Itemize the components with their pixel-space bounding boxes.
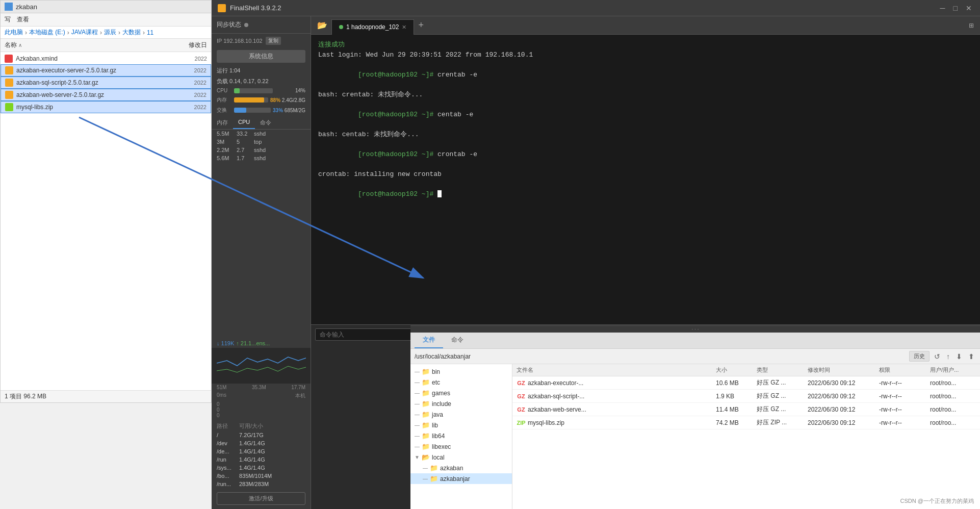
minimize-button[interactable]: ─ — [938, 4, 947, 12]
fm-file-date: 2022/06/30 09:12 — [808, 406, 879, 413]
tab-add-button[interactable]: + — [414, 20, 428, 31]
toolbar-view[interactable]: 查看 — [17, 15, 29, 24]
fm-list-item[interactable]: GZ azkaban-executor-... 10.6 MB 好压 GZ ..… — [512, 376, 980, 390]
folder-icon: 📁 — [422, 443, 430, 450]
fm-tab-cmd[interactable]: 命令 — [443, 333, 472, 348]
proc-tab-cmd[interactable]: 命令 — [255, 117, 276, 129]
gz-icon: GZ — [517, 393, 526, 400]
breadcrumb-source[interactable]: 源辰 — [104, 28, 116, 37]
proc-tab-mem[interactable]: 内存 — [212, 117, 233, 129]
breadcrumb-drive[interactable]: 本地磁盘 (E:) — [29, 28, 65, 37]
tree-item-java[interactable]: — 📁 java — [410, 409, 512, 420]
tree-item-libexec[interactable]: — 📁 libexec — [410, 441, 512, 452]
fm-file-name: azkaban-sql-script-... — [528, 393, 716, 400]
breadcrumb-java[interactable]: JAVA课程 — [71, 28, 98, 37]
tree-item-local[interactable]: ▼ 📂 local — [410, 452, 512, 463]
file-list: Azkaban.xmind 2022 azkaban-executor-serv… — [1, 52, 211, 114]
breadcrumb-bigdata[interactable]: 大数据 — [122, 28, 141, 37]
fm-history-button[interactable]: 历史 — [909, 351, 930, 362]
finalshell-app-icon — [218, 4, 226, 12]
proc-mem-0: 5.5M — [217, 131, 235, 137]
fs-sidebar: 同步状态 IP 192.168.10.102 复制 系统信息 运行 1:04 负… — [212, 16, 311, 509]
cpu-label: CPU — [217, 88, 232, 93]
tree-item-bin[interactable]: — 📁 bin — [410, 366, 512, 377]
fm-tab-file[interactable]: 文件 — [415, 333, 443, 348]
tar-icon — [5, 66, 13, 74]
xmind-icon — [5, 55, 13, 63]
fm-refresh-icon[interactable]: ↺ — [933, 352, 942, 361]
fm-file-perm: -rw-r--r-- — [879, 419, 930, 426]
fm-file-name: azkaban-web-serve... — [528, 406, 716, 413]
fm-col-date-header[interactable]: 修改时间 — [808, 366, 879, 374]
activate-button[interactable]: 激活/升级 — [217, 492, 305, 505]
tree-label: java — [432, 411, 443, 418]
sysinfo-button[interactable]: 系统信息 — [217, 50, 305, 63]
tree-label: lib64 — [432, 432, 445, 440]
tab-hadoopnode[interactable]: 1 hadoopnode_102 ✕ — [331, 19, 414, 35]
fm-list-item[interactable]: GZ azkaban-web-serve... 11.4 MB 好压 GZ ..… — [512, 403, 980, 416]
breadcrumb-num[interactable]: 11 — [147, 29, 153, 36]
fm-col-perm-header[interactable]: 权限 — [879, 366, 930, 374]
proc-cpu-3: 1.7 — [237, 155, 252, 161]
fm-file-type: 好压 GZ ... — [757, 405, 808, 414]
list-item[interactable]: azkaban-sql-script-2.5.0.tar.gz 2022 — [1, 77, 211, 89]
tree-item-azkabanjar[interactable]: — 📁 azkabanjar — [410, 473, 512, 484]
terminal[interactable]: 连接成功 Last login: Wed Jun 29 20:39:51 202… — [311, 35, 980, 324]
watermark: CSDN @一个正在努力的菜鸡 — [900, 497, 974, 505]
list-item[interactable]: mysql-libs.zip 2022 — [1, 101, 211, 113]
fm-col-name-header[interactable]: 文件名 — [517, 366, 716, 374]
net-host-label: 本机 — [295, 392, 305, 399]
col-date-header[interactable]: 修改日 — [146, 41, 207, 49]
fm-col-size-header[interactable]: 大小 — [716, 366, 757, 374]
fm-upload-icon[interactable]: ⬆ — [967, 352, 976, 361]
breadcrumb: 此电脑 › 本地磁盘 (E:) › JAVA课程 › 源辰 › 大数据 › 11 — [1, 27, 211, 39]
tree-item-etc[interactable]: — 📁 etc — [410, 377, 512, 388]
copy-button[interactable]: 复制 — [266, 37, 281, 45]
sort-icon: ∧ — [18, 42, 22, 48]
fm-download2-icon[interactable]: ⬇ — [955, 352, 964, 361]
fm-file-user: root/roo... — [930, 379, 976, 387]
proc-tabs: 内存 CPU 命令 — [212, 117, 311, 130]
term-cursor — [437, 190, 442, 197]
disk-item: /run... 283M/283M — [212, 480, 311, 488]
term-line-6: [root@hadoop102 ~]# crontab -e — [318, 139, 973, 169]
tree-arrow: — — [415, 444, 420, 449]
folder-icon: 📁 — [422, 432, 430, 440]
tree-item-azkaban[interactable]: — 📁 azkaban — [410, 463, 512, 473]
breadcrumb-computer[interactable]: 此电脑 — [5, 28, 23, 37]
disk-col-val: 可用/大小 — [239, 422, 305, 430]
maximize-button[interactable]: □ — [951, 4, 960, 12]
tree-item-games[interactable]: — 📁 games — [410, 388, 512, 398]
fm-file-user: root/roo... — [930, 393, 976, 400]
tree-label: lib — [432, 422, 438, 429]
fm-list-item[interactable]: GZ azkaban-sql-script-... 1.9 KB 好压 GZ .… — [512, 390, 980, 403]
tree-item-lib[interactable]: — 📁 lib — [410, 420, 512, 430]
term-line-3: bash: crentab: 未找到命令... — [318, 90, 973, 100]
fm-col-type-header[interactable]: 类型 — [757, 366, 808, 374]
toolbar-write[interactable]: 写 — [5, 15, 11, 24]
file-manager: · · · 文件 命令 /usr/local/azkabanjar 历史 ↺ ↑… — [410, 325, 980, 509]
titlebar-controls: ─ □ ✕ — [938, 4, 974, 12]
grid-view-button[interactable]: ⊞ — [967, 21, 976, 30]
disk-item: /run 1.4G/1.4G — [212, 455, 311, 464]
fm-col-user-header[interactable]: 用户/用户... — [930, 366, 976, 374]
tab-close-button[interactable]: ✕ — [402, 24, 406, 31]
list-item[interactable]: Azkaban.xmind 2022 — [1, 53, 211, 64]
sidebar-header: 同步状态 — [212, 16, 311, 34]
fm-file-user: root/roo... — [930, 419, 976, 426]
col-name-header[interactable]: 名称 ∧ — [5, 41, 146, 49]
explorer-titlebar: zkaban — [1, 1, 211, 13]
fm-file-perm: -rw-r--r-- — [879, 406, 930, 413]
fm-list-item[interactable]: ZIP mysql-libs.zip 74.2 MB 好压 ZIP ... 20… — [512, 416, 980, 429]
folder-icon-button[interactable]: 📂 — [313, 20, 331, 30]
fm-up-icon[interactable]: ↑ — [945, 352, 951, 361]
list-item[interactable]: azkaban-executor-server-2.5.0.tar.gz 202… — [1, 64, 211, 77]
proc-tab-cpu[interactable]: CPU — [233, 117, 255, 129]
net-counter-2: 0 — [217, 413, 305, 418]
list-item[interactable]: azkaban-web-server-2.5.0.tar.gz 2022 — [1, 89, 211, 101]
file-date: 2022 — [145, 104, 207, 110]
tree-item-lib64[interactable]: — 📁 lib64 — [410, 430, 512, 441]
fm-file-name: azkaban-executor-... — [528, 379, 716, 387]
tree-item-include[interactable]: — 📁 include — [410, 398, 512, 409]
close-button[interactable]: ✕ — [964, 4, 974, 12]
